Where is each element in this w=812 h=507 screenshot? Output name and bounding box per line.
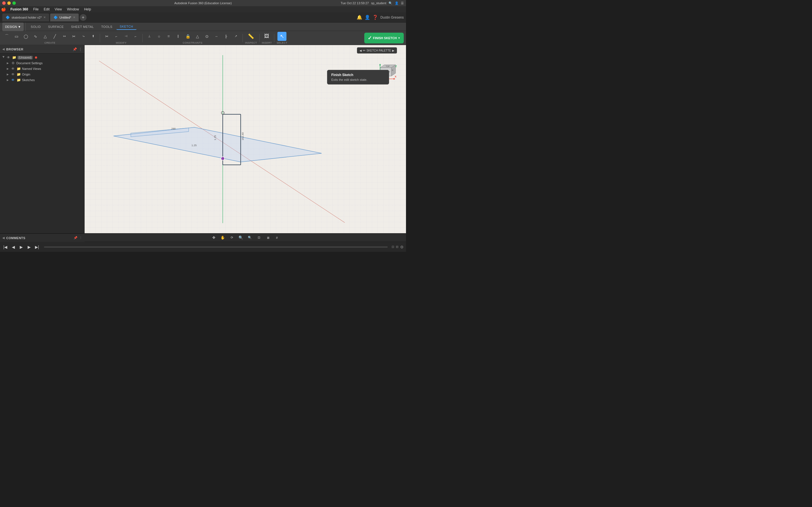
folder-icon: 📁 — [12, 55, 16, 59]
parallel-tool[interactable]: ∥ — [174, 32, 183, 41]
create-group: ⌒ ▭ ◯ ∿ △ ╱ ↦ ✂ ⤿ ⬆ CREATE — [2, 32, 98, 44]
comments-collapse-icon[interactable]: ◀ — [2, 236, 4, 240]
arc-tool[interactable]: ⌒ — [2, 32, 11, 41]
step-back-button[interactable]: ◀ — [10, 244, 16, 250]
main-content: ◀ BROWSER 📌 ⋮ ▶ 👁 📁 (Unsaved) ⏺ ▶ ⚙ Docu… — [0, 45, 406, 233]
comments-pin-icon[interactable]: 📌 — [73, 236, 78, 240]
fix-tool[interactable]: ↗ — [231, 32, 240, 41]
extend-tool[interactable]: ⌐ — [112, 32, 121, 41]
new-tab-button[interactable]: + — [80, 14, 87, 21]
account-icon[interactable]: 👤 — [364, 15, 370, 20]
align-tool[interactable]: ╟ — [221, 32, 231, 41]
tree-named-views[interactable]: ▶ 👁 📁 Named Views — [0, 66, 84, 71]
menu-edit[interactable]: Edit — [42, 6, 52, 12]
step-forward-button[interactable]: ▶ — [26, 244, 32, 250]
tab-surface[interactable]: SURFACE — [45, 24, 67, 30]
display-settings-btn[interactable]: 🖥 — [264, 234, 271, 241]
canvas-area[interactable]: 1.25 152.40 290 1.25 FRONT R TOP X Z Y — [85, 45, 406, 233]
menu-file[interactable]: File — [31, 6, 41, 12]
tree-sketches[interactable]: ▶ 👁 📁 Sketches — [0, 77, 84, 83]
equal-tool[interactable]: = — [164, 32, 173, 41]
break-tool[interactable]: ⊣ — [121, 32, 131, 41]
user-avatar[interactable]: 👤 — [395, 1, 399, 5]
project-tool[interactable]: ⬆ — [89, 32, 98, 41]
play-button[interactable]: ▶ — [18, 244, 24, 250]
select-tool[interactable]: ↖ — [277, 32, 287, 41]
palette-collapse-icon[interactable]: ◀ — [359, 49, 362, 52]
svg-text:152.40: 152.40 — [241, 132, 244, 140]
tab-close-2[interactable]: ✕ — [73, 16, 75, 19]
dimension-tool[interactable]: ↔ — [212, 32, 221, 41]
move-tool-btn[interactable]: ✥ — [210, 234, 217, 241]
tab-sheet-metal[interactable]: SHEET METAL — [68, 24, 97, 30]
concentric-tool[interactable]: ⊙ — [202, 32, 211, 41]
tree-origin[interactable]: ▶ 👁 📁 Origin — [0, 71, 84, 77]
menu-window[interactable]: Window — [65, 6, 82, 12]
spline-tool[interactable]: ∿ — [31, 32, 40, 41]
named-views-arrow[interactable]: ▶ — [7, 67, 10, 70]
zoom-in-btn[interactable]: 🔍 — [238, 234, 244, 241]
tab-sketch[interactable]: SKETCH — [116, 24, 137, 30]
search-icon[interactable]: 🔍 — [389, 1, 393, 5]
sidebar-more-icon[interactable]: ⋮ — [79, 47, 82, 51]
go-to-start-button[interactable]: |◀ — [2, 244, 8, 250]
window-controls[interactable] — [2, 1, 16, 5]
sketches-arrow[interactable]: ▶ — [7, 78, 10, 81]
measure-tool[interactable]: 📏 — [246, 32, 255, 41]
tab-tools[interactable]: TOOLS — [98, 24, 116, 30]
pattern-tool[interactable]: ⤿ — [79, 32, 88, 41]
offset-tool[interactable]: ↦ — [60, 32, 69, 41]
design-mode-button[interactable]: DESIGN ▼ — [2, 22, 24, 31]
close-button[interactable] — [2, 1, 6, 5]
doc-settings-arrow[interactable]: ▶ — [7, 62, 10, 64]
settings-gear-icon[interactable]: ⚙ — [400, 245, 404, 249]
go-to-end-button[interactable]: ▶| — [34, 244, 40, 250]
tab-untitled[interactable]: 🔷 Untitled* ✕ — [50, 13, 79, 21]
triangle-tool[interactable]: △ — [193, 32, 202, 41]
rectangle-tool[interactable]: ▭ — [12, 32, 21, 41]
finish-sketch-button[interactable]: ✓ FINISH SKETCH ▼ — [364, 33, 404, 43]
root-arrow[interactable]: ▶ — [2, 56, 5, 59]
menu-icon[interactable]: ☰ — [401, 1, 404, 5]
zoom-fit-btn[interactable]: ⊡ — [255, 234, 262, 241]
palette-expand-icon[interactable]: ▶ — [392, 49, 395, 52]
insert-image-tool[interactable]: 🖼 — [262, 32, 271, 41]
sketch-palette-bar[interactable]: ◀ ✏ SKETCH PALETTE ▶ — [357, 47, 397, 54]
minimize-button[interactable] — [7, 1, 11, 5]
help-icon[interactable]: ❓ — [372, 15, 378, 20]
trim-tool[interactable]: ✂ — [102, 32, 111, 41]
svg-marker-26 — [379, 64, 381, 65]
tree-root[interactable]: ▶ 👁 📁 (Unsaved) ⏺ — [0, 55, 84, 60]
timeline-track[interactable] — [44, 246, 388, 247]
maximize-button[interactable] — [12, 1, 16, 5]
pan-tool-btn[interactable]: ✋ — [219, 234, 226, 241]
circle-sketch-tool[interactable]: ◯ — [21, 32, 31, 41]
orbit-tool-btn[interactable]: ⟳ — [229, 234, 235, 241]
tab-solid[interactable]: SOLID — [28, 24, 44, 30]
svg-text:TOP: TOP — [386, 65, 390, 67]
grid-settings-btn[interactable]: # — [273, 234, 280, 241]
lock-tool[interactable]: 🔒 — [183, 32, 192, 41]
notifications-icon[interactable]: 🔔 — [357, 15, 362, 20]
comments-more-icon[interactable]: ⋮ — [79, 236, 82, 240]
playback-icon-1: ⊡ — [392, 245, 394, 249]
polygon-tool[interactable]: △ — [41, 32, 50, 41]
perpendicular-tool[interactable]: ⊥ — [145, 32, 154, 41]
user-name-tab: Dustin Gresens — [380, 15, 404, 19]
tree-document-settings[interactable]: ▶ ⚙ Document Settings — [0, 60, 84, 66]
circle-c-tool[interactable]: ○ — [154, 32, 163, 41]
fillet-tool[interactable]: ⌐ — [131, 32, 140, 41]
mirror-tool[interactable]: ✂ — [69, 32, 79, 41]
toolbar-divider-2 — [100, 34, 100, 42]
sidebar-pin-icon[interactable]: 📌 — [73, 47, 77, 51]
menu-view[interactable]: View — [52, 6, 64, 12]
line-tool[interactable]: ╱ — [50, 32, 59, 41]
tab-skateboard[interactable]: 🔷 skateboard holder v2* ✕ — [2, 13, 49, 21]
finish-sketch-area: ✓ FINISH SKETCH ▼ — [364, 33, 404, 43]
sidebar-collapse-icon[interactable]: ◀ — [2, 47, 4, 51]
tab-close-1[interactable]: ✕ — [43, 16, 46, 19]
zoom-out-btn[interactable]: 🔍 — [246, 234, 253, 241]
menu-help[interactable]: Help — [82, 6, 93, 12]
apple-logo[interactable]: 🍎 — [1, 7, 6, 11]
origin-arrow[interactable]: ▶ — [7, 73, 10, 76]
